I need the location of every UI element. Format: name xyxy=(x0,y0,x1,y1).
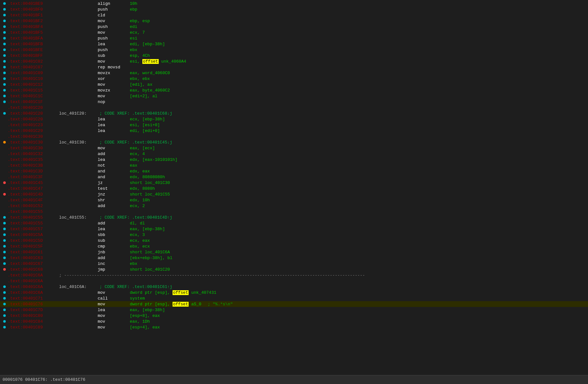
breakpoint-dot[interactable] xyxy=(1,216,8,219)
address-label: .text:00401C67 xyxy=(8,261,59,266)
mnemonic: xor xyxy=(98,76,130,81)
breakpoint-dot[interactable] xyxy=(1,239,8,242)
breakpoint-dot[interactable] xyxy=(1,66,8,68)
table-row: .text:00401C76movdword ptr [esp], offset… xyxy=(0,301,588,307)
breakpoint-dot[interactable] xyxy=(1,112,8,115)
breakpoint-dot[interactable] xyxy=(1,20,8,22)
address-label: .text:00401C29 xyxy=(8,128,59,133)
breakpoint-dot[interactable] xyxy=(1,251,8,253)
breakpoint-dot[interactable] xyxy=(1,95,8,97)
mnemonic: lea xyxy=(98,42,130,47)
line-content: adddl, dl xyxy=(59,221,587,226)
breakpoint-dot[interactable] xyxy=(1,303,8,305)
table-row: .text:00401C89mov[esp+4], eax xyxy=(0,324,588,330)
address-label: .text:00401C84 xyxy=(8,319,59,324)
breakpoint-dot[interactable] xyxy=(1,285,8,288)
operands: edx, eax xyxy=(130,169,150,174)
breakpoint-dot[interactable] xyxy=(1,228,8,230)
address-label: .text:00401C3B xyxy=(8,163,59,168)
breakpoint-dot[interactable] xyxy=(1,31,8,34)
operand-prefix: dword ptr [esp], xyxy=(130,302,173,307)
line-content: mov[esp+4], eax xyxy=(59,325,587,330)
address-label: .text:00401C30 xyxy=(8,146,59,151)
line-content xyxy=(59,209,587,214)
line-content: jnzshort loc_401C55 xyxy=(59,192,587,197)
line-content: addecx, 4 xyxy=(59,152,587,156)
breakpoint-dot[interactable] xyxy=(1,60,8,63)
breakpoint-dot[interactable] xyxy=(1,37,8,39)
table-row: .text:00401C71callsystem xyxy=(0,295,588,301)
breakpoint-dot[interactable] xyxy=(1,320,8,323)
table-row: .text:00401C30loc_401C30:; CODE XREF: .t… xyxy=(0,139,588,145)
breakpoint-dot[interactable] xyxy=(1,14,8,16)
operands: [edi+2], al xyxy=(130,94,157,99)
table-row: .text:00401C63add[ebx+ebp-38h], bl xyxy=(0,255,588,261)
breakpoint-dot[interactable] xyxy=(1,2,8,5)
line-content: ; --------------------------------------… xyxy=(59,273,587,278)
operands: [esp+4], eax xyxy=(130,325,160,330)
table-row: .text:00401C23leaesi, [esi+0] xyxy=(0,122,588,128)
breakpoint-dot[interactable] xyxy=(1,193,8,196)
address-label: .text:00401C1C xyxy=(8,94,59,99)
breakpoint-dot[interactable] xyxy=(1,268,8,271)
breakpoint-dot[interactable] xyxy=(1,83,8,86)
mnemonic: jz xyxy=(98,180,130,185)
table-row: .text:00401C32addecx, 4 xyxy=(0,151,588,157)
mnemonic: lea xyxy=(98,128,130,133)
address-label: .text:00401C3F xyxy=(8,175,59,179)
breakpoint-dot[interactable] xyxy=(1,309,8,311)
mnemonic: push xyxy=(98,24,130,29)
breakpoint-dot[interactable] xyxy=(1,72,8,74)
table-row: .text:00401BFApushesi xyxy=(0,35,588,41)
mnemonic: jnz xyxy=(98,192,130,197)
address-label: .text:00401C55 xyxy=(8,215,59,220)
mnemonic: rep movsd xyxy=(98,65,130,70)
line-content: jnbshort loc_401C6A xyxy=(59,250,587,255)
mnemonic: mov xyxy=(98,302,130,307)
xref-comment: ; CODE XREF: .text:00401C68↓j xyxy=(100,111,172,116)
breakpoint-dot[interactable] xyxy=(1,245,8,248)
breakpoint-dot[interactable] xyxy=(1,77,8,80)
breakpoint-dot[interactable] xyxy=(1,291,8,294)
operands: eax xyxy=(130,163,137,168)
breakpoint-dot[interactable] xyxy=(1,297,8,300)
operands: eax, byte_4060C2 xyxy=(130,88,170,93)
mnemonic: call xyxy=(98,296,130,301)
breakpoint-dot[interactable] xyxy=(1,8,8,11)
code-area[interactable]: .text:00401BE9align10h.text:00401BF0push… xyxy=(0,0,588,375)
mnemonic: nop xyxy=(98,100,130,104)
operands: edx, [eax-1010101h] xyxy=(130,157,177,162)
operands: [ebx+ebp-38h], bl xyxy=(130,256,173,260)
breakpoint-dot[interactable] xyxy=(1,326,8,328)
breakpoint-dot[interactable] xyxy=(1,89,8,92)
line-content: loc_401C55:; CODE XREF: .text:00401C4D↑j xyxy=(59,215,587,220)
operands: ebx xyxy=(130,261,137,266)
breakpoint-dot[interactable] xyxy=(1,25,8,28)
breakpoint-dot[interactable] xyxy=(1,257,8,259)
line-content: leaedx, [eax-1010101h] xyxy=(59,157,587,162)
breakpoint-dot[interactable] xyxy=(1,43,8,45)
breakpoint-dot[interactable] xyxy=(1,141,8,144)
address-label: .text:00401C02 xyxy=(8,59,59,64)
mnemonic: lea xyxy=(98,308,130,312)
table-row: .text:00401C55 xyxy=(0,209,588,214)
breakpoint-dot[interactable] xyxy=(1,262,8,265)
address-label: .text:00401C10 xyxy=(8,76,59,81)
line-content: testedx, 8080h xyxy=(59,186,587,191)
address-label: .text:00401C6A xyxy=(8,290,59,295)
breakpoint-dot[interactable] xyxy=(1,48,8,51)
line-content: loc_401C20:; CODE XREF: .text:00401C68↓j xyxy=(59,111,587,116)
operands: short loc_401C6A xyxy=(130,250,170,255)
breakpoint-dot[interactable] xyxy=(1,222,8,224)
breakpoint-dot[interactable] xyxy=(1,233,8,236)
breakpoint-dot[interactable] xyxy=(1,314,8,317)
mnemonic: not xyxy=(98,163,130,168)
breakpoint-dot[interactable] xyxy=(1,100,8,103)
line-content: callsystem xyxy=(59,296,587,301)
mnemonic: mov xyxy=(98,146,130,151)
address-label: .text:00401C4D xyxy=(8,192,59,197)
line-content: pushebx xyxy=(59,48,587,52)
operand-prefix: dword ptr [esp], xyxy=(130,290,173,295)
breakpoint-dot[interactable] xyxy=(1,54,8,57)
breakpoint-dot[interactable] xyxy=(1,181,8,184)
